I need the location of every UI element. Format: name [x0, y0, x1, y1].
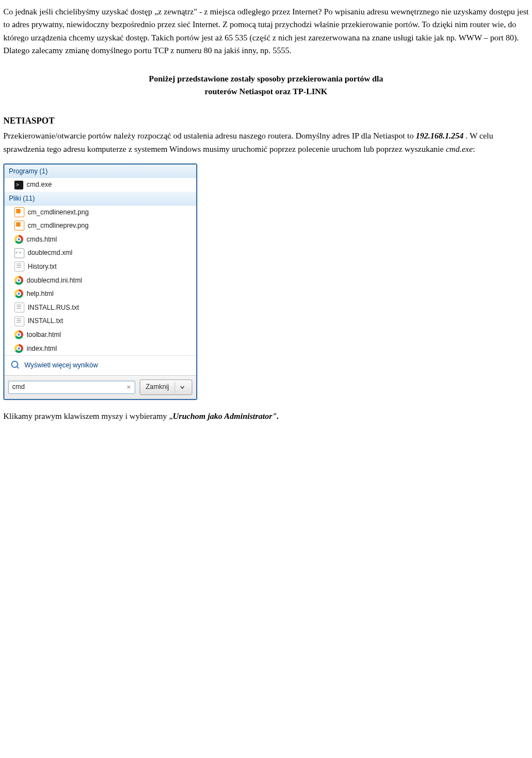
start-menu-search-panel: Programy (1) cmd.exe Pliki (11) cm_cmdli…	[3, 163, 197, 400]
shutdown-label: Zamknij	[146, 382, 169, 392]
result-item-file[interactable]: cmds.html	[4, 233, 196, 247]
search-input[interactable]: cmd ×	[8, 381, 135, 394]
group-header-programs: Programy (1)	[4, 165, 196, 178]
chrome-icon	[14, 289, 23, 298]
result-item-file[interactable]: doublecmd.ini.html	[4, 274, 196, 288]
result-label: INSTALL.RUS.txt	[28, 303, 79, 313]
last-line-a: Klikamy prawym klawiszem myszy i wybiera…	[3, 412, 173, 421]
result-item-file[interactable]: cm_cmdlineprev.png	[4, 219, 196, 233]
result-item-file[interactable]: cm_cmdlinenext.png	[4, 206, 196, 219]
result-item-file[interactable]: help.html	[4, 287, 196, 301]
result-item-file[interactable]: index.html	[4, 342, 196, 356]
search-input-text: cmd	[11, 382, 125, 392]
paragraph-netiaspot: Przekierowanie/otwarcie portów należy ro…	[3, 130, 529, 156]
chrome-icon	[14, 276, 23, 285]
result-label: History.txt	[28, 262, 57, 272]
group-header-files: Pliki (11)	[4, 192, 196, 206]
xml-file-icon	[14, 248, 24, 258]
centered-callout: Poniżej przedstawione zostały sposoby pr…	[3, 73, 529, 99]
chrome-icon	[14, 235, 23, 244]
section-heading-netiaspot: NETIASPOT	[3, 114, 529, 128]
paragraph-run-as-admin: Klikamy prawym klawiszem myszy i wybiera…	[3, 410, 529, 423]
callout-line2: routerów Netiaspot oraz TP-LINK	[204, 87, 328, 96]
result-item-file[interactable]: toolbar.html	[4, 328, 196, 342]
result-item-file[interactable]: History.txt	[4, 260, 196, 274]
text-file-icon	[14, 316, 24, 326]
image-file-icon	[14, 221, 24, 231]
result-label: cmd.exe	[27, 180, 52, 190]
result-label: index.html	[27, 344, 57, 354]
text-file-icon	[14, 303, 24, 313]
shutdown-options-chevron[interactable]	[175, 382, 186, 393]
cmd-filename: cmd.exe	[446, 145, 473, 153]
para2-colon: :	[473, 145, 475, 153]
result-item-file[interactable]: doublecmd.xml	[4, 246, 196, 260]
run-as-admin-text: Uruchom jako Administrator".	[173, 412, 279, 421]
result-item-file[interactable]: INSTALL.RUS.txt	[4, 301, 196, 315]
cmd-icon	[14, 181, 23, 190]
search-bottom-bar: cmd × Zamknij	[4, 375, 196, 399]
clear-search-icon[interactable]: ×	[125, 382, 132, 393]
result-label: help.html	[27, 289, 54, 299]
chrome-icon	[14, 330, 23, 339]
result-item-program[interactable]: cmd.exe	[4, 178, 196, 192]
result-label: doublecmd.xml	[28, 248, 73, 258]
callout-line1: Poniżej przedstawione zostały sposoby pr…	[149, 74, 383, 83]
para2-a: Przekierowanie/otwarcie portów należy ro…	[3, 131, 416, 140]
text-file-icon	[14, 262, 24, 272]
result-item-file[interactable]: INSTALL.txt	[4, 314, 196, 328]
search-icon	[11, 361, 20, 370]
result-label: cm_cmdlinenext.png	[28, 207, 89, 218]
image-file-icon	[14, 207, 24, 217]
show-more-results[interactable]: Wyświetl więcej wyników	[4, 355, 196, 375]
ip-address: 192.168.1.254	[416, 131, 463, 140]
more-results-label: Wyświetl więcej wyników	[24, 360, 98, 371]
result-label: INSTALL.txt	[28, 316, 63, 326]
shutdown-button[interactable]: Zamknij	[140, 380, 192, 395]
result-label: cm_cmdlineprev.png	[28, 221, 89, 231]
result-label: cmds.html	[27, 234, 57, 245]
result-label: toolbar.html	[27, 330, 61, 340]
result-label: doublecmd.ini.html	[27, 275, 82, 286]
paragraph-intro: Co jednak jeśli chcielibyśmy uzyskać dos…	[3, 6, 529, 57]
chrome-icon	[14, 344, 23, 353]
